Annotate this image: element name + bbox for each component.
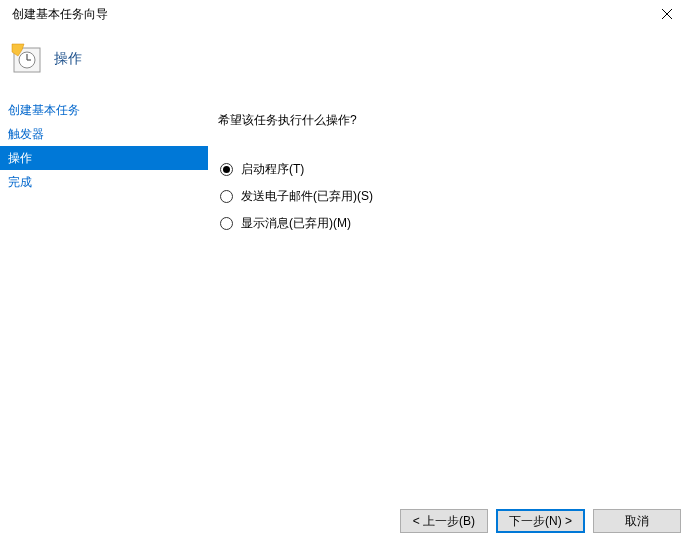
action-radio-group: 启动程序(T) 发送电子邮件(已弃用)(S) 显示消息(已弃用)(M) [218,161,685,232]
cancel-button[interactable]: 取消 [593,509,681,533]
radio-option-send-email[interactable]: 发送电子邮件(已弃用)(S) [220,188,685,205]
close-button[interactable] [647,0,687,28]
radio-label: 显示消息(已弃用)(M) [241,215,351,232]
wizard-header: 操作 [0,28,695,98]
next-button[interactable]: 下一步(N) > [496,509,585,533]
close-icon [662,9,672,19]
sidebar-item-trigger[interactable]: 触发器 [0,122,208,146]
window-title: 创建基本任务向导 [8,6,108,23]
radio-label: 启动程序(T) [241,161,304,178]
radio-option-display-message[interactable]: 显示消息(已弃用)(M) [220,215,685,232]
sidebar-item-create-task[interactable]: 创建基本任务 [0,98,208,122]
radio-indicator [220,163,233,176]
titlebar: 创建基本任务向导 [0,0,695,28]
back-button[interactable]: < 上一步(B) [400,509,488,533]
radio-indicator [220,217,233,230]
task-clock-icon [10,42,44,76]
sidebar-item-finish[interactable]: 完成 [0,170,208,194]
wizard-content: 希望该任务执行什么操作? 启动程序(T) 发送电子邮件(已弃用)(S) 显示消息… [208,98,695,498]
wizard-body: 创建基本任务 触发器 操作 完成 希望该任务执行什么操作? 启动程序(T) 发送… [0,98,695,498]
wizard-steps-sidebar: 创建基本任务 触发器 操作 完成 [0,98,208,498]
wizard-footer: < 上一步(B) 下一步(N) > 取消 [400,509,681,533]
radio-option-start-program[interactable]: 启动程序(T) [220,161,685,178]
radio-indicator [220,190,233,203]
radio-label: 发送电子邮件(已弃用)(S) [241,188,373,205]
page-title: 操作 [54,50,82,68]
sidebar-item-action[interactable]: 操作 [0,146,208,170]
action-prompt: 希望该任务执行什么操作? [218,112,685,129]
